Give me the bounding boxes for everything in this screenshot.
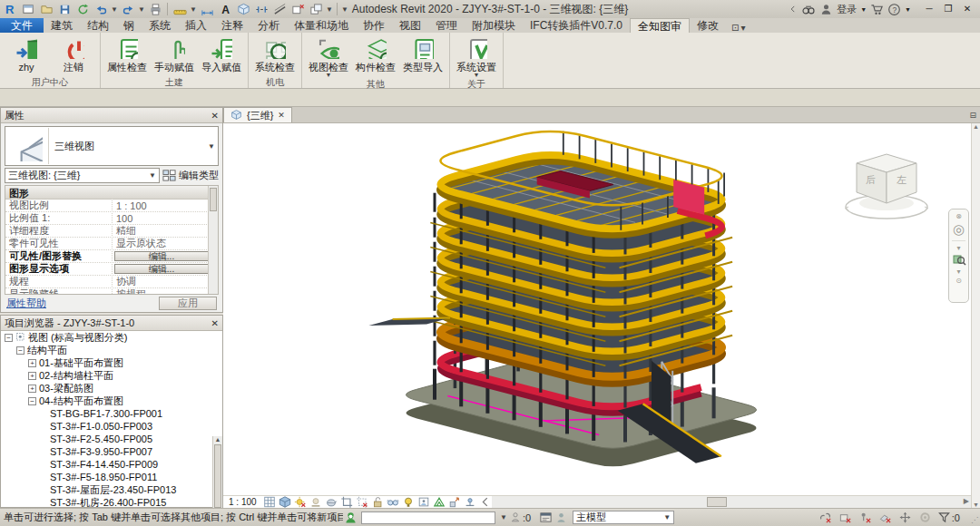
- tree-item[interactable]: ST-3#-F1-0.050-FP003: [1, 420, 222, 433]
- property-value[interactable]: 100: [113, 213, 218, 224]
- apply-button[interactable]: 应用: [159, 297, 217, 310]
- view-cube[interactable]: 后 左: [844, 147, 935, 230]
- vertical-scrollbar[interactable]: ▲ ▼: [971, 123, 980, 508]
- show-rendering-dialog-icon[interactable]: [325, 496, 338, 508]
- scroll-up-icon[interactable]: ▲: [213, 436, 222, 443]
- model-canvas[interactable]: 后 左 ⊗◎▾▾⊙: [223, 123, 971, 495]
- ribbon-button-系统设置[interactable]: 系统设置▼: [454, 34, 499, 78]
- person-icon[interactable]: [819, 3, 833, 16]
- worksets-dialog-icon[interactable]: [538, 511, 554, 525]
- close-x-icon[interactable]: ⊗: [956, 211, 962, 220]
- tree-item[interactable]: −视图 (标高与视图分类): [1, 331, 222, 344]
- property-row[interactable]: 零件可见性显示原状态: [5, 238, 218, 250]
- properties-help-link[interactable]: 属性帮助: [6, 297, 46, 310]
- ribbon-tab-视图[interactable]: 视图: [392, 18, 428, 33]
- chevron-left-icon[interactable]: [789, 3, 798, 15]
- property-row[interactable]: 视图比例1 : 100: [5, 200, 218, 212]
- view-scale-button[interactable]: 1 : 100: [229, 497, 257, 507]
- scrollbar-thumb[interactable]: [210, 188, 217, 211]
- caret-down-icon[interactable]: ▼: [860, 6, 867, 13]
- browser-scrollbar[interactable]: ▲: [212, 436, 222, 508]
- steering-wheel-icon[interactable]: ◎: [953, 220, 965, 239]
- editing-requests[interactable]: :0: [509, 511, 531, 525]
- property-row[interactable]: 可见性/图形替换编辑...: [5, 250, 218, 263]
- horizontal-scrollbar[interactable]: ▶: [492, 496, 971, 508]
- caret-down-icon[interactable]: ▾: [956, 267, 960, 276]
- ribbon-button-属性检查[interactable]: 属性检查: [104, 34, 150, 73]
- ribbon-tab-附加模块[interactable]: 附加模块: [465, 18, 523, 33]
- property-row[interactable]: 详细程度精细: [5, 225, 218, 238]
- default-3d-view-icon[interactable]: [235, 1, 251, 17]
- ribbon-button-导入赋值[interactable]: 导入赋值: [199, 34, 244, 73]
- status-input[interactable]: [361, 511, 495, 524]
- ribbon-tab-注释[interactable]: 注释: [214, 18, 250, 33]
- resize-grip[interactable]: ⋰: [971, 516, 978, 524]
- ribbon-button-手动赋值[interactable]: 手动赋值: [152, 34, 197, 73]
- show-crop-region-off-icon[interactable]: [356, 496, 368, 508]
- open-icon[interactable]: [38, 1, 54, 17]
- restore-button[interactable]: ❐: [939, 2, 957, 16]
- active-workset-icon[interactable]: [554, 511, 569, 525]
- property-row[interactable]: 比例值 1:100: [5, 212, 218, 225]
- view-tabs-menu-icon[interactable]: ⊟: [969, 107, 980, 122]
- highlight-displacement-sets-icon[interactable]: [448, 496, 461, 508]
- instance-selector[interactable]: 三维视图: {三维} ▼: [5, 168, 160, 183]
- properties-scrollbar[interactable]: [208, 186, 218, 294]
- ribbon-tab-建筑[interactable]: 建筑: [44, 18, 80, 33]
- expand-icon[interactable]: +: [28, 359, 36, 367]
- ribbon-tab-钢[interactable]: 钢: [116, 18, 142, 33]
- crop-view-off-icon[interactable]: [340, 496, 353, 508]
- ribbon-tab-插入[interactable]: 插入: [178, 18, 214, 33]
- scroll-up-icon[interactable]: ▲: [973, 123, 979, 130]
- file-tabs-icon[interactable]: [20, 1, 36, 17]
- property-row[interactable]: 图形显示选项编辑...: [5, 263, 218, 276]
- chevron-down-icon[interactable]: ▼: [205, 142, 218, 151]
- undo-icon[interactable]: [93, 1, 109, 17]
- view-tab-3d[interactable]: {三维} ✕: [223, 107, 292, 122]
- caret-down-icon[interactable]: ▼: [111, 5, 118, 14]
- switch-windows-icon[interactable]: [308, 1, 324, 17]
- modify-panel-dropdown[interactable]: ⊡▾: [731, 23, 745, 33]
- property-value[interactable]: 精细: [113, 224, 218, 238]
- ribbon-button-注销[interactable]: 注销: [51, 34, 96, 73]
- detail-level-icon[interactable]: [263, 496, 276, 508]
- thin-lines-icon[interactable]: [271, 1, 288, 17]
- tree-item[interactable]: ST-3#-屋面层-23.450-FP013: [1, 483, 222, 496]
- temporary-view-properties-icon[interactable]: [417, 496, 430, 508]
- ribbon-tab-结构[interactable]: 结构: [80, 18, 116, 33]
- tree-item[interactable]: ST-3#-F3-9.950-FP007: [1, 445, 222, 458]
- measure-icon[interactable]: [172, 1, 188, 17]
- unlocked-3d-view-icon[interactable]: [371, 496, 384, 508]
- cart-icon[interactable]: [870, 3, 884, 16]
- ribbon-tab-体量和场地[interactable]: 体量和场地: [287, 18, 356, 33]
- type-selector[interactable]: 三维视图 ▼: [5, 126, 219, 166]
- aligned-dimension-icon[interactable]: [199, 1, 215, 17]
- reveal-hidden-elements-icon[interactable]: [402, 496, 415, 508]
- sync-with-central-icon[interactable]: [74, 1, 91, 17]
- sign-in-label[interactable]: 登录: [837, 3, 857, 16]
- caret-down-icon[interactable]: ▼: [905, 6, 911, 13]
- file-tab[interactable]: 文件: [0, 18, 44, 33]
- collapse-icon[interactable]: −: [16, 346, 24, 355]
- tree-item[interactable]: ST-BG-BF1-7.300-FP001: [1, 407, 222, 420]
- ribbon-button-zhy[interactable]: zhy: [4, 34, 49, 73]
- tree-item[interactable]: ST-3#-F2-5.450-FP005: [1, 433, 222, 445]
- search-binoculars-icon[interactable]: [801, 3, 816, 16]
- tree-item[interactable]: +03-梁配筋图: [1, 382, 222, 394]
- navigation-bar[interactable]: ⊗◎▾▾⊙: [948, 209, 969, 303]
- minimize-button[interactable]: ─: [920, 2, 938, 16]
- caret-down-icon[interactable]: ▼: [190, 5, 197, 14]
- collapse-icon[interactable]: −: [28, 397, 36, 405]
- background-processes-icon[interactable]: [917, 511, 933, 525]
- ribbon-tab-分析[interactable]: 分析: [250, 18, 287, 33]
- section-header-graphics[interactable]: 图形 ▲: [5, 186, 218, 200]
- close-icon[interactable]: ✕: [211, 111, 219, 121]
- design-option-select[interactable]: 主模型 ▼: [573, 511, 674, 524]
- save-icon[interactable]: [56, 1, 73, 17]
- caret-down-icon[interactable]: ▼: [138, 5, 145, 14]
- tree-item[interactable]: −04-结构平面布置图: [1, 394, 222, 407]
- expand-icon[interactable]: +: [28, 372, 36, 380]
- temporary-hide-isolate-icon[interactable]: [387, 496, 399, 508]
- expand-icon[interactable]: +: [28, 385, 36, 393]
- collapse-left-icon[interactable]: [479, 496, 492, 508]
